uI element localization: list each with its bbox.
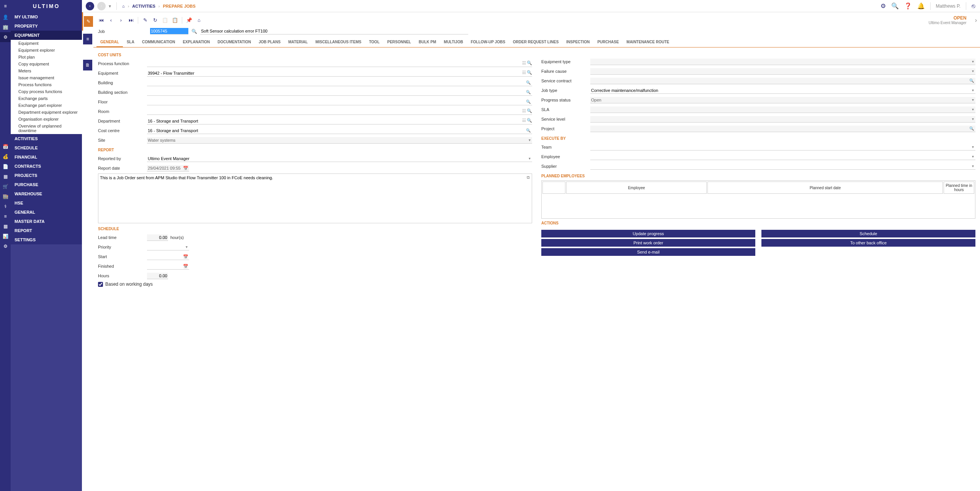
update-progress-button[interactable]: Update progress [541,230,755,237]
rail-edit-button[interactable]: ✎ [84,16,93,27]
sidebar-item-organisation-explorer[interactable]: Organisation explorer [11,116,82,123]
tab-material[interactable]: MATERIAL [284,38,312,47]
hamburger-menu[interactable]: ≡ [0,0,11,12]
username[interactable]: Matthews P. [930,2,966,10]
schedule-button[interactable]: Schedule [761,230,975,237]
sidebar-item-exchange-parts[interactable]: Exchange parts [11,95,82,102]
search-icon[interactable]: 🔍 [527,70,532,75]
search-icon[interactable]: 🔍 [527,61,532,65]
sidebar-warehouse[interactable]: WAREHOUSE [11,189,82,198]
supplier-input[interactable] [590,163,975,170]
tab-purchase[interactable]: PURCHASE [593,38,622,47]
rail-icon-0[interactable]: 👤 [0,12,11,22]
gear-icon[interactable]: ⚙ [880,2,886,10]
rail-icon-12[interactable]: ≡ [0,211,11,221]
tree-icon[interactable]: ☷ [522,108,526,113]
to-other-back-office-button[interactable]: To other back office [761,239,975,247]
tree-icon[interactable]: ☷ [522,70,526,75]
tab-maintenance-route[interactable]: MAINTENANCE ROUTE [623,38,673,47]
department-input[interactable] [147,118,532,124]
tab-misc-items[interactable]: MISCELLANEOUS ITEMS [312,38,365,47]
tab-multijob[interactable]: MULTIJOB [440,38,467,47]
reported-by-input[interactable] [147,155,532,162]
send-email-button[interactable]: Send e-mail [541,248,755,256]
calendar-icon[interactable]: 📅 [183,264,188,269]
sidebar-master-data[interactable]: MASTER DATA [11,217,82,226]
hours-input[interactable] [147,273,168,279]
edit-button[interactable]: ✎ [140,16,150,25]
report-text-area[interactable] [98,173,532,223]
job-id-search-icon[interactable]: 🔍 [191,29,197,34]
employee-input[interactable] [590,154,975,160]
job-desc-input[interactable] [200,28,468,34]
rail-icon-15[interactable]: ⚙ [0,241,11,251]
building-section-input[interactable] [147,89,532,96]
tab-inspection[interactable]: INSPECTION [562,38,593,47]
rail-icon-7[interactable]: 📄 [0,162,11,172]
project-input[interactable] [590,126,975,132]
breadcrumb-prepare-jobs[interactable]: PREPARE JOBS [163,4,196,8]
rail-icon-5[interactable]: 📅 [0,142,11,152]
rail-icon-6[interactable]: 💰 [0,152,11,162]
logout-icon[interactable]: ⎋ [972,3,975,10]
sidebar-item-meters[interactable]: Meters [11,67,82,74]
sidebar-item-plot-plan[interactable]: Plot plan [11,54,82,61]
sidebar-report[interactable]: REPORT [11,226,82,235]
sidebar-property[interactable]: PROPERTY [11,21,82,31]
sidebar-purchase[interactable]: PURCHASE [11,180,82,189]
tab-documentation[interactable]: DOCUMENTATION [214,38,255,47]
sidebar-item-copy-equipment[interactable]: Copy equipment [11,61,82,67]
service-level-input[interactable] [590,116,975,123]
equipment-type-input[interactable] [590,59,975,65]
job-type-input[interactable] [590,87,975,94]
search-icon[interactable]: 🔍 [891,2,899,10]
print-work-order-button[interactable]: Print work order [541,239,755,247]
sidebar-activities[interactable]: ACTIVITIES [11,134,82,143]
rail-icon-11[interactable]: ⚕ [0,201,11,211]
sidebar-projects[interactable]: PROJECTS [11,171,82,180]
sidebar-item-department-equipment-explorer[interactable]: Department equipment explorer [11,109,82,116]
building-input[interactable] [147,80,532,86]
rail-button-list[interactable]: ≡ [83,34,92,44]
next-record-button[interactable]: › [116,16,126,25]
failure-cause-input[interactable] [590,68,975,75]
sidebar-contracts[interactable]: CONTRACTS [11,162,82,171]
sidebar-general[interactable]: GENERAL [11,208,82,217]
refresh-button[interactable]: ↻ [150,16,160,25]
sidebar-item-exchange-part-explorer[interactable]: Exchange part explorer [11,102,82,109]
tab-sla[interactable]: SLA [123,38,138,47]
tab-general[interactable]: GENERAL [96,38,123,47]
calendar-icon[interactable]: 📅 [183,166,188,171]
lead-time-input[interactable] [147,234,168,241]
priority-input[interactable] [147,244,189,250]
room-input[interactable] [147,108,532,115]
sla-input[interactable] [590,106,975,113]
tab-explanation[interactable]: EXPLANATION [179,38,214,47]
sidebar-hse[interactable]: HSE [11,198,82,208]
breadcrumb-activities[interactable]: ACTIVITIES [132,4,155,8]
rail-icon-9[interactable]: 🛒 [0,182,11,191]
help-icon[interactable]: ❓ [904,2,912,10]
working-days-checkbox[interactable] [98,282,103,287]
sidebar-item-process-functions[interactable]: Process functions [11,81,82,88]
calendar-icon[interactable]: 📅 [183,254,188,259]
nav-back-button[interactable]: ‹ [86,2,94,10]
popout-icon[interactable]: ⧉ [527,175,530,180]
sidebar-item-overview-unplanned-downtime[interactable]: Overview of unplanned downtime [11,123,82,134]
tab-tool[interactable]: TOOL [365,38,384,47]
sidebar-settings[interactable]: SETTINGS [11,235,82,244]
rail-icon-2[interactable]: ⚙ [0,32,11,42]
process-function-input[interactable] [147,61,532,67]
tree-icon[interactable]: ☷ [522,61,526,65]
progress-status-input[interactable] [590,97,975,103]
sidebar-equipment[interactable]: EQUIPMENT [11,31,82,40]
service-contract-input[interactable] [590,78,975,84]
rail-icon-10[interactable]: 🏬 [0,191,11,201]
rail-icon-13[interactable]: ▦ [0,221,11,231]
bell-icon[interactable]: 🔔 [917,2,925,10]
rail-icon-1[interactable]: 🏢 [0,22,11,32]
tab-job-plans[interactable]: JOB PLANS [255,38,284,47]
paste-button[interactable]: 📋 [170,16,180,25]
rail-icon-14[interactable]: 📊 [0,231,11,241]
rail-icon-8[interactable]: ▦ [0,172,11,182]
